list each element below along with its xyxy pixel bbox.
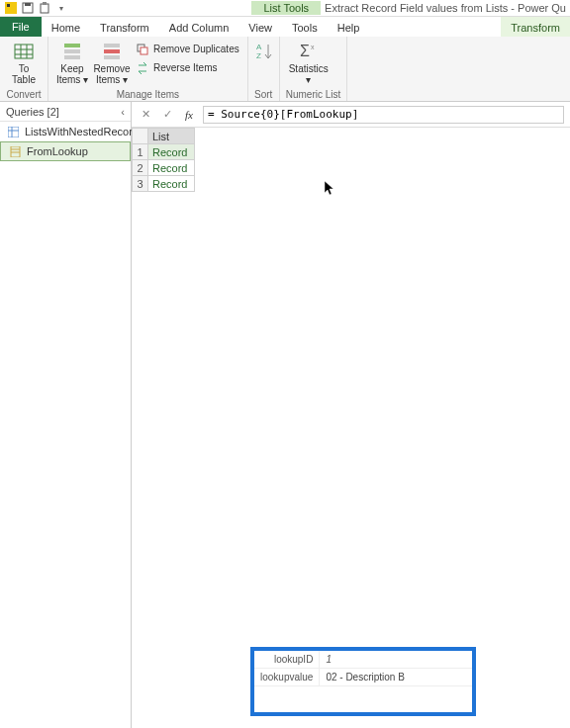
query-label: ListsWithNestedRecords xyxy=(25,126,143,137)
record-key: lookupID xyxy=(254,651,320,669)
svg-rect-3 xyxy=(25,3,31,6)
table-row: 1Record xyxy=(133,144,195,160)
svg-rect-18 xyxy=(141,47,147,54)
svg-rect-6 xyxy=(15,45,33,58)
ribbon-tabs: File Home Transform Add Column View Tool… xyxy=(0,17,570,37)
formula-bar: ✕ ✓ fx xyxy=(132,102,570,128)
tab-file[interactable]: File xyxy=(0,17,42,37)
svg-rect-11 xyxy=(64,44,80,47)
remove-dup-label: Remove Duplicates xyxy=(153,44,239,54)
sort-button[interactable]: AZ xyxy=(254,39,276,62)
group-label-sort: Sort xyxy=(254,88,273,100)
ribbon-group-convert: To Table Convert xyxy=(0,37,48,101)
cursor-icon xyxy=(325,181,336,197)
record-preview-panel: lookupID 1 lookupvalue 02 - Description … xyxy=(250,647,476,716)
query-item[interactable]: ListsWithNestedRecords xyxy=(0,122,131,141)
column-header-list[interactable]: List xyxy=(148,129,195,144)
svg-text:Z: Z xyxy=(256,51,261,60)
tab-transform-context[interactable]: Transform xyxy=(501,17,570,37)
title-bar: ▾ List Tools Extract Record Field values… xyxy=(0,0,570,17)
svg-text:x: x xyxy=(311,44,315,50)
svg-rect-15 xyxy=(104,49,120,53)
remove-icon xyxy=(101,41,123,62)
svg-rect-5 xyxy=(43,2,47,5)
svg-rect-4 xyxy=(41,4,48,13)
content-area: ✕ ✓ fx List 1Record 2Record 3Record xyxy=(132,102,570,728)
list-small-icon xyxy=(9,145,21,157)
stats-label: Statistics ▾ xyxy=(289,63,329,85)
qat-dropdown-icon[interactable]: ▾ xyxy=(54,1,68,15)
record-link[interactable]: Record xyxy=(148,176,195,192)
tab-tools[interactable]: Tools xyxy=(282,17,328,37)
record-value: 02 - Description B xyxy=(320,669,472,686)
reverse-items-button[interactable]: Reverse Items xyxy=(134,59,241,76)
ribbon-group-numeric: Σx Statistics ▾ Numeric List xyxy=(280,37,348,101)
record-link[interactable]: Record xyxy=(148,144,195,160)
title-center: List Tools Extract Record Field values f… xyxy=(72,1,570,15)
keep-icon xyxy=(61,41,83,62)
grid-wrap: List 1Record 2Record 3Record lookupID 1 … xyxy=(132,128,570,728)
svg-rect-13 xyxy=(64,55,80,59)
remove-items-button[interactable]: Remove Items ▾ xyxy=(94,39,130,85)
corner-cell xyxy=(133,129,148,144)
group-label-convert: Convert xyxy=(6,88,42,100)
main-area: Queries [2] ‹ ListsWithNestedRecords Fro… xyxy=(0,102,570,728)
record-field-row: lookupID 1 xyxy=(254,651,472,669)
ribbon-group-sort: AZ Sort xyxy=(248,37,280,101)
reverse-label: Reverse Items xyxy=(153,62,217,73)
cancel-formula-icon[interactable]: ✕ xyxy=(138,107,153,123)
sort-icon: AZ xyxy=(254,41,276,62)
row-number: 3 xyxy=(133,176,148,192)
collapse-pane-icon[interactable]: ‹ xyxy=(121,106,125,118)
paste-icon[interactable] xyxy=(38,1,51,15)
record-key: lookupvalue xyxy=(254,669,320,686)
queries-pane: Queries [2] ‹ ListsWithNestedRecords Fro… xyxy=(0,102,132,728)
table-icon xyxy=(13,41,35,62)
statistics-button[interactable]: Σx Statistics ▾ xyxy=(286,39,332,85)
tab-home[interactable]: Home xyxy=(42,17,90,37)
remove-label: Remove Items ▾ xyxy=(93,63,130,85)
duplicate-icon xyxy=(136,43,149,56)
record-link[interactable]: Record xyxy=(148,160,195,176)
record-value: 1 xyxy=(320,651,472,669)
keep-label: Keep Items ▾ xyxy=(56,63,88,85)
document-title: Extract Record Field values from Lists -… xyxy=(325,2,570,14)
to-table-label: To Table xyxy=(12,63,36,85)
tab-add-column[interactable]: Add Column xyxy=(159,17,239,37)
confirm-formula-icon[interactable]: ✓ xyxy=(159,107,175,123)
tab-help[interactable]: Help xyxy=(328,17,370,37)
ribbon: To Table Convert Keep Items ▾ Remove Ite… xyxy=(0,37,570,102)
record-field-row: lookupvalue 02 - Description B xyxy=(254,669,472,686)
svg-rect-12 xyxy=(64,49,80,53)
table-row: 2Record xyxy=(133,160,195,176)
reverse-icon xyxy=(136,61,149,75)
app-icon xyxy=(4,1,18,15)
to-table-button[interactable]: To Table xyxy=(6,39,42,85)
remove-duplicates-button[interactable]: Remove Duplicates xyxy=(134,41,241,57)
list-grid[interactable]: List 1Record 2Record 3Record xyxy=(132,128,195,192)
svg-rect-0 xyxy=(5,2,17,14)
keep-items-button[interactable]: Keep Items ▾ xyxy=(54,39,90,85)
tab-view[interactable]: View xyxy=(238,17,282,37)
queries-title: Queries [2] xyxy=(6,106,59,118)
table-row: 3Record xyxy=(133,176,195,192)
quick-access-toolbar: ▾ xyxy=(0,1,72,15)
tab-transform[interactable]: Transform xyxy=(90,17,159,37)
fx-icon[interactable]: fx xyxy=(181,107,197,123)
sigma-icon: Σx xyxy=(298,41,320,62)
table-small-icon xyxy=(8,126,19,137)
row-number: 2 xyxy=(133,160,148,176)
svg-rect-1 xyxy=(7,4,10,7)
ribbon-group-manage: Keep Items ▾ Remove Items ▾ Remove Dupli… xyxy=(48,37,248,101)
formula-input[interactable] xyxy=(203,106,564,124)
query-item-selected[interactable]: FromLookup xyxy=(0,141,131,161)
group-label-numeric: Numeric List xyxy=(286,88,341,100)
queries-header: Queries [2] ‹ xyxy=(0,102,131,122)
save-icon[interactable] xyxy=(21,1,35,15)
svg-rect-23 xyxy=(8,127,19,137)
svg-rect-16 xyxy=(104,55,120,59)
svg-text:A: A xyxy=(256,43,262,51)
context-tab-label: List Tools xyxy=(251,1,321,15)
svg-text:Σ: Σ xyxy=(300,43,310,59)
row-number: 1 xyxy=(133,144,148,160)
